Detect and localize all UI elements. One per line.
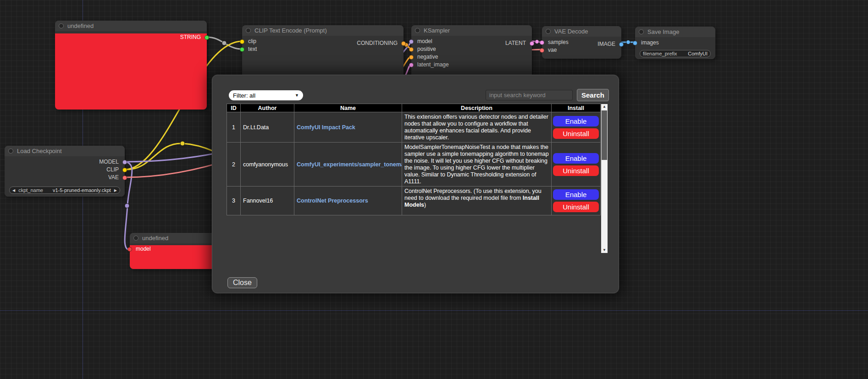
node-title: Save Image [635,27,715,37]
input-slot-label: latent_image [417,61,449,68]
node-body: images filename_prefix ComfyUI [635,39,715,59]
node-title: CLIP Text Encode (Prompt) [242,25,404,36]
input-slot-positive: positive [411,45,532,53]
widget-label: filename_prefix [643,51,677,56]
cell-author: Dr.Lt.Data [241,112,294,143]
extension-table-wrap: IDAuthorNameDescriptionInstall 1 Dr.Lt.D… [227,104,600,215]
input-slot-vae: vae [542,46,621,54]
cell-install: EnableUninstall [552,143,601,187]
decrement-arrow-icon[interactable]: ◀ [12,188,15,192]
output-slot-label: VAE [108,174,119,181]
output-dot-clip[interactable] [122,168,127,172]
column-header-id: ID [227,104,241,112]
extension-link[interactable]: ControlNet Preprocessors [297,198,368,204]
output-slot-clip: CLIP [5,166,125,174]
filter-select-value: Filter: all [233,92,255,99]
node-title: VAE Decode [542,26,621,37]
filter-select[interactable]: Filter: all ▼ [229,90,303,100]
input-dot-images[interactable] [633,41,637,45]
input-dot-negative[interactable] [409,55,414,60]
cell-name: ControlNet Preprocessors [294,187,402,215]
input-slot-label: model [417,38,432,44]
enable-button[interactable]: Enable [553,153,599,164]
close-button[interactable]: Close [227,277,257,288]
collapse-toggle-icon[interactable] [546,29,551,34]
scroll-down-icon[interactable]: ▼ [601,247,608,253]
input-dot-clip[interactable] [240,39,244,44]
input-slot-label: text [248,46,257,52]
node-title-text: Load Checkpoint [17,148,62,154]
widget-label: ckpt_name [18,187,43,193]
collapse-toggle-icon[interactable] [8,148,13,154]
filename-prefix-widget[interactable]: filename_prefix ComfyUI [640,50,711,57]
node-title-text: VAE Decode [554,28,588,35]
input-dot-samples[interactable] [540,40,544,45]
enable-button[interactable]: Enable [553,189,599,200]
node-title-text: KSampler [424,27,450,34]
cell-install: EnableUninstall [552,112,601,143]
node-save-image[interactable]: Save Image images filename_prefix ComfyU… [635,27,715,59]
node-body: IMAGE samples vae [542,38,621,59]
uninstall-button[interactable]: Uninstall [553,165,599,176]
cell-description: ModelSamplerTonemapNoiseTest a node that… [402,143,552,187]
node-title-text: undefined [142,235,168,242]
ckpt-name-widget[interactable]: ◀ ckpt_name v1-5-pruned-emaonly.ckpt ▶ [9,187,120,194]
scroll-up-icon[interactable]: ▲ [601,104,608,110]
node-body: MODEL CLIP VAE ◀ ckpt_name v1-5-pruned-e… [5,158,125,197]
link-midpoint-dot [535,40,539,44]
node-title: Load Checkpoint [5,146,125,156]
input-slot-latent-image: latent_image [411,61,532,69]
cell-name: ComfyUI Impact Pack [294,112,402,143]
output-dot-string[interactable] [205,35,209,40]
input-dot-model[interactable] [409,39,414,44]
collapse-toggle-icon[interactable] [415,28,420,33]
collapse-toggle-icon[interactable] [639,29,644,34]
cell-id: 2 [227,143,241,187]
node-load-checkpoint[interactable]: Load Checkpoint MODEL CLIP VAE ◀ ckpt_na… [5,146,125,197]
extension-table-body: 1 Dr.Lt.Data ComfyUI Impact Pack This ex… [227,112,601,215]
output-slot-label: CLIP [106,166,119,173]
enable-button[interactable]: Enable [553,116,599,126]
output-slot-model: MODEL [5,158,125,166]
collapse-toggle-icon[interactable] [246,28,251,33]
input-dot-model[interactable] [127,247,132,252]
table-row: 2 comfyanonymous ComfyUI_experiments/sam… [227,143,601,187]
column-header-name: Name [294,104,402,112]
increment-arrow-icon[interactable]: ▶ [114,188,117,192]
node-undefined-top[interactable]: undefined STRING [55,21,207,110]
uninstall-button[interactable]: Uninstall [553,202,599,212]
extension-table: IDAuthorNameDescriptionInstall 1 Dr.Lt.D… [227,104,601,215]
output-dot-model[interactable] [122,160,127,165]
table-row: 1 Dr.Lt.Data ComfyUI Impact Pack This ex… [227,112,601,143]
cell-author: comfyanonymous [241,143,294,187]
scrollbar-thumb[interactable] [602,110,607,160]
output-slot-label: MODEL [99,159,119,165]
scrollbar[interactable]: ▲ ▼ [601,104,608,253]
link-midpoint-dot [125,203,129,208]
input-dot-positive[interactable] [409,47,414,52]
input-dot-latent-image[interactable] [409,63,414,67]
cell-id: 1 [227,112,241,143]
input-slot-label: samples [548,39,569,45]
input-slot-label: positive [417,46,436,52]
search-input[interactable] [486,90,573,100]
chevron-down-icon: ▼ [295,93,299,98]
search-button[interactable]: Search [577,89,609,101]
column-header-author: Author [241,104,294,112]
extension-link[interactable]: ComfyUI_experiments/sampler_tonemap [297,161,402,168]
output-slot-label: STRING [180,34,201,40]
input-slot-negative: negative [411,53,532,61]
custom-nodes-manager-dialog: Filter: all ▼ Search IDAuthorNameDescrip… [212,75,619,293]
extension-link[interactable]: ComfyUI Impact Pack [297,124,355,131]
output-dot-vae[interactable] [122,176,127,180]
input-slot-label: model [136,246,151,252]
input-dot-vae[interactable] [540,48,544,53]
collapse-toggle-icon[interactable] [133,236,138,241]
cell-author: Fannovel16 [241,187,294,215]
collapse-toggle-icon[interactable] [59,23,64,28]
node-vae-decode[interactable]: VAE Decode IMAGE samples vae [542,26,621,59]
input-dot-text[interactable] [240,47,244,52]
output-slot-string: STRING [55,33,207,41]
uninstall-button[interactable]: Uninstall [553,128,599,139]
node-body: STRING [55,33,207,110]
